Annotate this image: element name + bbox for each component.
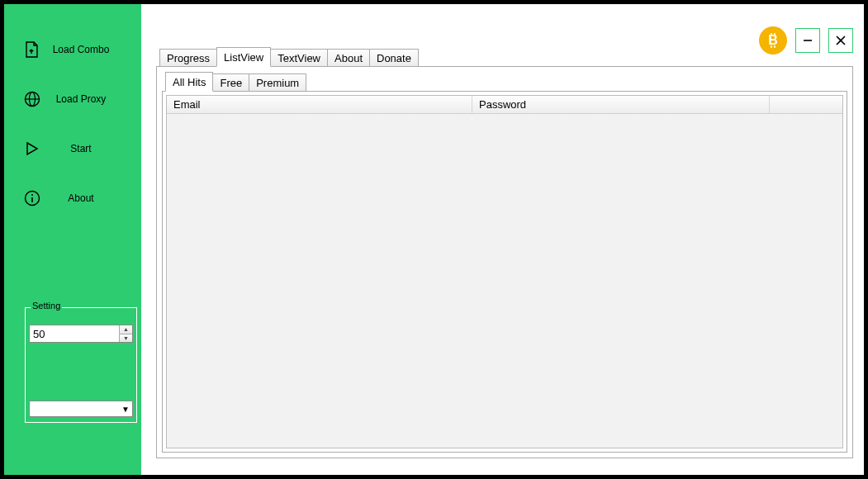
info-icon — [24, 190, 40, 206]
setting-combobox[interactable]: ▼ — [29, 401, 133, 417]
tab-progress[interactable]: Progress — [159, 49, 217, 66]
sidebar-item-load-combo[interactable]: Load Combo — [4, 37, 141, 62]
column-header-email[interactable]: Email — [167, 96, 472, 113]
sidebar-item-start[interactable]: Start — [4, 136, 141, 161]
sidebar-item-load-proxy[interactable]: Load Proxy — [4, 87, 141, 111]
globe-icon — [24, 91, 40, 107]
column-header-password[interactable]: Password — [472, 96, 770, 113]
sidebar-item-label: Load Combo — [40, 44, 141, 55]
tab-about[interactable]: About — [327, 49, 370, 66]
subtab-premium[interactable]: Premium — [249, 74, 306, 91]
titlebar-controls: B — [759, 26, 853, 55]
listview-panel: All Hits Free Premium Email Password — [156, 66, 853, 458]
tab-textview[interactable]: TextView — [270, 49, 328, 66]
sidebar-item-about[interactable]: About — [4, 186, 141, 211]
app-window: Load Combo Load Proxy Start — [4, 4, 864, 475]
thread-count-spinner[interactable]: ▲ ▼ — [29, 325, 133, 343]
setting-legend: Setting — [31, 301, 62, 311]
subtab-free[interactable]: Free — [212, 74, 249, 91]
sub-tabstrip: All Hits Free Premium — [165, 73, 306, 91]
column-header-empty[interactable] — [770, 96, 842, 113]
thread-count-input[interactable] — [30, 325, 119, 342]
spinner-buttons: ▲ ▼ — [119, 325, 132, 342]
upload-file-icon — [24, 41, 40, 58]
bitcoin-icon[interactable]: B — [759, 26, 787, 55]
main-tabstrip: Progress ListView TextView About Donate — [159, 48, 418, 66]
table-header: Email Password — [167, 96, 842, 114]
svg-text:B: B — [768, 33, 778, 47]
subtab-all-hits[interactable]: All Hits — [165, 72, 213, 92]
setting-groupbox: Setting ▲ ▼ ▼ — [25, 307, 137, 423]
sidebar: Load Combo Load Proxy Start — [4, 4, 141, 475]
main-area: B Progress ListView — [141, 4, 864, 475]
minimize-button[interactable] — [795, 28, 820, 53]
spinner-down-button[interactable]: ▼ — [120, 334, 132, 343]
sidebar-item-label: About — [40, 192, 141, 204]
results-table[interactable]: Email Password — [166, 95, 843, 448]
chevron-down-icon: ▼ — [119, 405, 132, 414]
close-button[interactable] — [828, 28, 853, 53]
tab-donate[interactable]: Donate — [369, 49, 419, 66]
all-hits-panel: Email Password — [162, 91, 847, 453]
svg-point-5 — [31, 194, 33, 196]
sidebar-item-label: Load Proxy — [40, 93, 141, 105]
spinner-up-button[interactable]: ▲ — [120, 325, 132, 334]
sidebar-item-label: Start — [40, 143, 141, 154]
tab-listview[interactable]: ListView — [216, 47, 271, 67]
play-icon — [24, 140, 40, 157]
